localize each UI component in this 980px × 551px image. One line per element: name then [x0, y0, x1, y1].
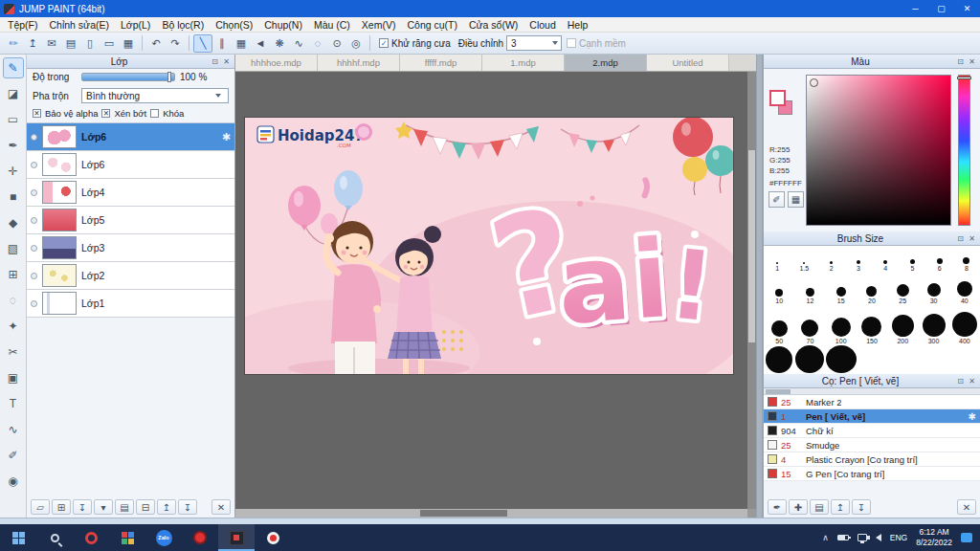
brush-up-icon[interactable]: ↥ [831, 499, 850, 515]
popout-icon[interactable]: ⊡ [210, 57, 220, 66]
clipping-checkbox[interactable]: ✕ [101, 109, 110, 118]
alpha-protect-checkbox[interactable]: ✕ [33, 109, 41, 118]
fill-rect-tool[interactable]: ■ [3, 187, 24, 208]
brush-size-option[interactable]: 10 [764, 273, 794, 305]
curve-tool[interactable]: ∿ [3, 419, 24, 440]
document-tab[interactable]: Untitled [647, 55, 729, 71]
brush-size-option[interactable] [826, 345, 857, 374]
popout-icon[interactable]: ⊡ [955, 377, 966, 386]
grid-icon[interactable]: ▦ [119, 34, 138, 53]
brush-size-option[interactable]: 300 [918, 305, 948, 345]
volume-icon[interactable] [876, 534, 881, 541]
notification-icon[interactable] [961, 533, 972, 542]
menu-item-window[interactable]: Cửa sổ(W) [463, 17, 523, 33]
taskbar-clock[interactable]: 6:12 AM 8/22/2022 [916, 527, 952, 548]
hand-tool[interactable]: ◉ [3, 471, 24, 492]
opera-browser-icon[interactable] [73, 524, 109, 551]
document-tab[interactable]: hhhhf.mdp [318, 55, 400, 71]
layer-row[interactable]: Lớp2 [27, 262, 234, 290]
brush-size-option[interactable]: 70 [794, 305, 825, 345]
brush-row[interactable]: 25 Marker 2 [764, 395, 980, 409]
layer-row[interactable]: Lớp6 ✱ [27, 123, 234, 151]
brush-size-option[interactable]: 6 [926, 246, 953, 273]
edit-brush-icon[interactable]: ✒ [768, 499, 787, 515]
brush-size-option[interactable]: 3 [845, 246, 872, 273]
brush-size-option[interactable]: 100 [826, 305, 857, 345]
gear-icon[interactable]: ✱ [222, 131, 231, 143]
brush-size-option[interactable]: 25 [887, 273, 918, 305]
brush-size-option[interactable]: 150 [857, 305, 887, 345]
apps-grid-icon[interactable] [109, 524, 145, 551]
move-up-icon[interactable]: ↥ [157, 499, 176, 515]
menu-item-tools[interactable]: Công cụ(T) [401, 17, 463, 33]
layer-visibility-dot[interactable] [31, 245, 37, 252]
foreground-color-swatch[interactable] [769, 90, 786, 106]
blend-select[interactable]: Bình thường [81, 88, 229, 103]
menu-item-snap[interactable]: Chụp(N) [258, 17, 308, 33]
parallel-snap-icon[interactable]: ∥ [212, 34, 232, 53]
minimize-button[interactable]: ─ [902, 0, 928, 17]
close-panel-icon[interactable]: ✕ [967, 57, 977, 66]
layer-row[interactable]: Lớp5 [27, 207, 234, 234]
layer-visibility-dot[interactable] [31, 217, 37, 224]
network-icon[interactable] [858, 534, 867, 541]
ellipse-snap-icon[interactable]: ◌ [308, 34, 327, 53]
brush-size-option[interactable]: 15 [826, 273, 857, 305]
menu-item-color[interactable]: Màu (C) [308, 17, 356, 33]
document-tab[interactable]: hhhhoe.mdp [235, 55, 318, 71]
line-snap-icon[interactable]: ╲ [193, 34, 212, 53]
menu-item-help[interactable]: Help [562, 17, 594, 33]
saturation-value-picker[interactable] [806, 75, 951, 226]
duplicate-layer-icon[interactable]: ⊞ [52, 499, 71, 515]
eyedropper-button[interactable]: ✐ [768, 191, 785, 208]
vanishing-point-icon[interactable]: ◄ [251, 34, 270, 53]
lasso-tool[interactable]: ◌ [3, 290, 24, 311]
hue-slider[interactable] [958, 75, 970, 226]
add-brush-icon[interactable]: ✚ [789, 499, 808, 515]
canvas-viewport[interactable]: ? ai ai ! [235, 72, 756, 518]
palette-button[interactable]: ▦ [788, 191, 804, 208]
layer-visibility-dot[interactable] [31, 134, 37, 141]
layer-visibility-dot[interactable] [31, 162, 37, 168]
brush-size-option[interactable]: 1.5 [791, 246, 817, 273]
layer-visibility-dot[interactable] [31, 189, 37, 196]
panel-divider[interactable] [756, 55, 763, 518]
adjust-input[interactable]: 3 [506, 35, 562, 51]
brush-size-option[interactable] [764, 345, 794, 374]
opacity-slider-thumb[interactable] [167, 72, 171, 82]
opacity-slider[interactable] [81, 73, 175, 81]
brush-row[interactable]: 4 Plastic Crayon [Co trang trí] [764, 452, 980, 467]
layer-visibility-dot[interactable] [31, 273, 37, 279]
close-button[interactable]: ✕ [954, 0, 980, 17]
document-tab[interactable]: fffff.mdp [400, 55, 482, 71]
pages-icon[interactable]: ▭ [100, 34, 119, 53]
snap-settings-icon[interactable]: ◎ [346, 34, 366, 53]
document-tab[interactable]: 1.mdp [482, 55, 565, 71]
antialias-checkbox[interactable]: ✓ [379, 38, 389, 48]
canvas-artwork[interactable]: ? ai ai ! [245, 118, 733, 374]
picker-cursor[interactable] [810, 78, 818, 87]
redo-icon[interactable]: ↷ [166, 34, 185, 53]
brush-size-option[interactable]: 20 [857, 273, 887, 305]
brush-folder-icon[interactable]: ▤ [810, 499, 829, 515]
pen-tool[interactable]: ✒ [3, 135, 24, 156]
menu-item-view[interactable]: Xem(V) [356, 17, 402, 33]
canvas-horizontal-scrollbar[interactable] [235, 509, 747, 518]
hue-cursor[interactable] [957, 77, 971, 79]
menu-item-edit[interactable]: Chỉnh sửa(E) [44, 17, 115, 33]
brush-size-option[interactable]: 4 [872, 246, 899, 273]
maximize-button[interactable]: ▢ [928, 0, 954, 17]
comment-icon[interactable]: ✉ [42, 34, 61, 53]
brush-size-option[interactable] [794, 345, 825, 374]
scrollbar-thumb[interactable] [766, 389, 791, 394]
opera-gx-icon[interactable] [182, 524, 218, 551]
brush-row[interactable]: 904 Chữ kí [764, 424, 980, 438]
popout-icon[interactable]: ⊡ [955, 234, 966, 243]
brush-row[interactable]: 15 G Pen [Co trang trí] [764, 467, 980, 481]
brush-size-option[interactable]: 1 [764, 246, 791, 273]
zalo-icon[interactable]: Zalo [145, 524, 182, 551]
merge-icon[interactable]: ⊟ [136, 499, 155, 515]
select-rect-tool[interactable]: ▭ [3, 109, 24, 130]
bucket-tool[interactable]: ◆ [3, 212, 24, 233]
chevron-down-icon[interactable] [552, 41, 558, 45]
